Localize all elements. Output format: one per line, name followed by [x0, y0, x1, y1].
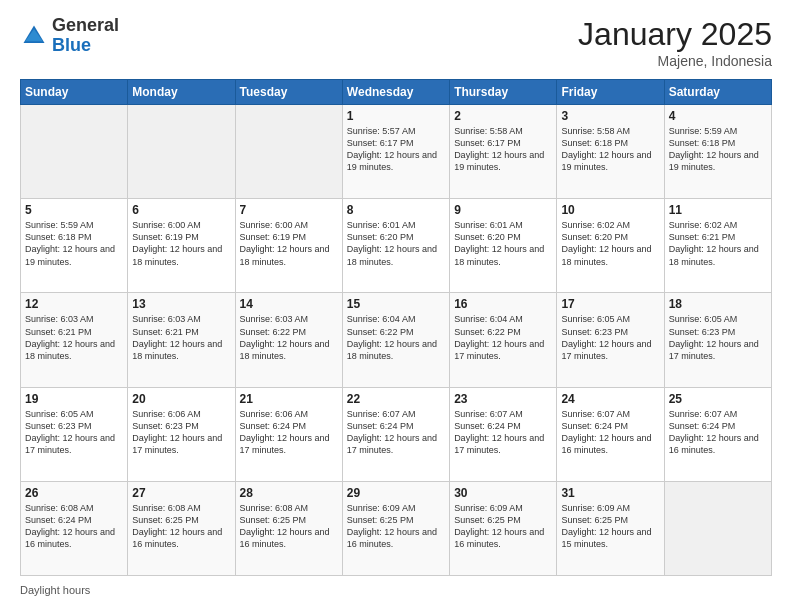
day-number: 20	[132, 392, 230, 406]
day-info: Sunrise: 6:07 AM Sunset: 6:24 PM Dayligh…	[347, 408, 445, 457]
day-info: Sunrise: 6:03 AM Sunset: 6:21 PM Dayligh…	[132, 313, 230, 362]
calendar-cell	[128, 105, 235, 199]
calendar-cell: 2Sunrise: 5:58 AM Sunset: 6:17 PM Daylig…	[450, 105, 557, 199]
day-number: 25	[669, 392, 767, 406]
calendar-cell: 9Sunrise: 6:01 AM Sunset: 6:20 PM Daylig…	[450, 199, 557, 293]
day-number: 26	[25, 486, 123, 500]
month-title: January 2025	[578, 16, 772, 53]
svg-marker-1	[25, 29, 43, 41]
day-number: 12	[25, 297, 123, 311]
calendar-cell: 27Sunrise: 6:08 AM Sunset: 6:25 PM Dayli…	[128, 481, 235, 575]
calendar-cell	[664, 481, 771, 575]
logo: General Blue	[20, 16, 119, 56]
daylight-label: Daylight hours	[20, 584, 90, 596]
day-number: 19	[25, 392, 123, 406]
day-header-friday: Friday	[557, 80, 664, 105]
day-number: 14	[240, 297, 338, 311]
day-header-sunday: Sunday	[21, 80, 128, 105]
day-number: 16	[454, 297, 552, 311]
calendar-cell	[21, 105, 128, 199]
day-info: Sunrise: 6:08 AM Sunset: 6:24 PM Dayligh…	[25, 502, 123, 551]
day-info: Sunrise: 6:00 AM Sunset: 6:19 PM Dayligh…	[132, 219, 230, 268]
day-info: Sunrise: 6:08 AM Sunset: 6:25 PM Dayligh…	[132, 502, 230, 551]
calendar-cell: 14Sunrise: 6:03 AM Sunset: 6:22 PM Dayli…	[235, 293, 342, 387]
day-number: 18	[669, 297, 767, 311]
calendar-cell: 12Sunrise: 6:03 AM Sunset: 6:21 PM Dayli…	[21, 293, 128, 387]
day-number: 13	[132, 297, 230, 311]
day-number: 3	[561, 109, 659, 123]
day-number: 8	[347, 203, 445, 217]
calendar-cell: 25Sunrise: 6:07 AM Sunset: 6:24 PM Dayli…	[664, 387, 771, 481]
day-info: Sunrise: 6:02 AM Sunset: 6:21 PM Dayligh…	[669, 219, 767, 268]
day-number: 10	[561, 203, 659, 217]
calendar-table: SundayMondayTuesdayWednesdayThursdayFrid…	[20, 79, 772, 576]
logo-icon	[20, 22, 48, 50]
day-header-wednesday: Wednesday	[342, 80, 449, 105]
day-info: Sunrise: 6:06 AM Sunset: 6:23 PM Dayligh…	[132, 408, 230, 457]
logo-general-text: General	[52, 16, 119, 36]
day-number: 28	[240, 486, 338, 500]
footer: Daylight hours	[20, 584, 772, 596]
day-info: Sunrise: 6:07 AM Sunset: 6:24 PM Dayligh…	[669, 408, 767, 457]
day-number: 5	[25, 203, 123, 217]
day-info: Sunrise: 6:08 AM Sunset: 6:25 PM Dayligh…	[240, 502, 338, 551]
day-header-tuesday: Tuesday	[235, 80, 342, 105]
day-info: Sunrise: 5:58 AM Sunset: 6:17 PM Dayligh…	[454, 125, 552, 174]
title-block: January 2025 Majene, Indonesia	[578, 16, 772, 69]
day-info: Sunrise: 6:07 AM Sunset: 6:24 PM Dayligh…	[454, 408, 552, 457]
calendar-cell: 30Sunrise: 6:09 AM Sunset: 6:25 PM Dayli…	[450, 481, 557, 575]
day-info: Sunrise: 6:02 AM Sunset: 6:20 PM Dayligh…	[561, 219, 659, 268]
calendar-cell: 24Sunrise: 6:07 AM Sunset: 6:24 PM Dayli…	[557, 387, 664, 481]
calendar-cell: 22Sunrise: 6:07 AM Sunset: 6:24 PM Dayli…	[342, 387, 449, 481]
day-info: Sunrise: 6:09 AM Sunset: 6:25 PM Dayligh…	[561, 502, 659, 551]
calendar-cell	[235, 105, 342, 199]
day-number: 2	[454, 109, 552, 123]
header: General Blue January 2025 Majene, Indone…	[20, 16, 772, 69]
day-info: Sunrise: 5:57 AM Sunset: 6:17 PM Dayligh…	[347, 125, 445, 174]
day-number: 17	[561, 297, 659, 311]
day-info: Sunrise: 6:01 AM Sunset: 6:20 PM Dayligh…	[454, 219, 552, 268]
calendar-cell: 23Sunrise: 6:07 AM Sunset: 6:24 PM Dayli…	[450, 387, 557, 481]
calendar-cell: 6Sunrise: 6:00 AM Sunset: 6:19 PM Daylig…	[128, 199, 235, 293]
day-info: Sunrise: 6:03 AM Sunset: 6:22 PM Dayligh…	[240, 313, 338, 362]
day-info: Sunrise: 6:00 AM Sunset: 6:19 PM Dayligh…	[240, 219, 338, 268]
day-info: Sunrise: 6:09 AM Sunset: 6:25 PM Dayligh…	[347, 502, 445, 551]
calendar-cell: 28Sunrise: 6:08 AM Sunset: 6:25 PM Dayli…	[235, 481, 342, 575]
calendar-cell: 11Sunrise: 6:02 AM Sunset: 6:21 PM Dayli…	[664, 199, 771, 293]
day-number: 23	[454, 392, 552, 406]
calendar-cell: 29Sunrise: 6:09 AM Sunset: 6:25 PM Dayli…	[342, 481, 449, 575]
page: General Blue January 2025 Majene, Indone…	[0, 0, 792, 612]
day-number: 30	[454, 486, 552, 500]
calendar-cell: 5Sunrise: 5:59 AM Sunset: 6:18 PM Daylig…	[21, 199, 128, 293]
calendar-cell: 10Sunrise: 6:02 AM Sunset: 6:20 PM Dayli…	[557, 199, 664, 293]
day-number: 6	[132, 203, 230, 217]
calendar-cell: 15Sunrise: 6:04 AM Sunset: 6:22 PM Dayli…	[342, 293, 449, 387]
day-info: Sunrise: 6:01 AM Sunset: 6:20 PM Dayligh…	[347, 219, 445, 268]
day-number: 4	[669, 109, 767, 123]
day-info: Sunrise: 5:59 AM Sunset: 6:18 PM Dayligh…	[669, 125, 767, 174]
day-header-saturday: Saturday	[664, 80, 771, 105]
day-number: 31	[561, 486, 659, 500]
calendar-cell: 21Sunrise: 6:06 AM Sunset: 6:24 PM Dayli…	[235, 387, 342, 481]
day-number: 24	[561, 392, 659, 406]
calendar-cell: 1Sunrise: 5:57 AM Sunset: 6:17 PM Daylig…	[342, 105, 449, 199]
day-info: Sunrise: 6:05 AM Sunset: 6:23 PM Dayligh…	[25, 408, 123, 457]
calendar-cell: 8Sunrise: 6:01 AM Sunset: 6:20 PM Daylig…	[342, 199, 449, 293]
day-info: Sunrise: 6:03 AM Sunset: 6:21 PM Dayligh…	[25, 313, 123, 362]
day-number: 15	[347, 297, 445, 311]
calendar-cell: 20Sunrise: 6:06 AM Sunset: 6:23 PM Dayli…	[128, 387, 235, 481]
day-info: Sunrise: 6:04 AM Sunset: 6:22 PM Dayligh…	[454, 313, 552, 362]
calendar-cell: 3Sunrise: 5:58 AM Sunset: 6:18 PM Daylig…	[557, 105, 664, 199]
day-header-thursday: Thursday	[450, 80, 557, 105]
day-info: Sunrise: 6:04 AM Sunset: 6:22 PM Dayligh…	[347, 313, 445, 362]
day-number: 9	[454, 203, 552, 217]
day-number: 29	[347, 486, 445, 500]
calendar-cell: 17Sunrise: 6:05 AM Sunset: 6:23 PM Dayli…	[557, 293, 664, 387]
day-number: 1	[347, 109, 445, 123]
day-info: Sunrise: 6:07 AM Sunset: 6:24 PM Dayligh…	[561, 408, 659, 457]
calendar-cell: 16Sunrise: 6:04 AM Sunset: 6:22 PM Dayli…	[450, 293, 557, 387]
day-number: 7	[240, 203, 338, 217]
location: Majene, Indonesia	[578, 53, 772, 69]
day-info: Sunrise: 6:06 AM Sunset: 6:24 PM Dayligh…	[240, 408, 338, 457]
day-info: Sunrise: 6:09 AM Sunset: 6:25 PM Dayligh…	[454, 502, 552, 551]
